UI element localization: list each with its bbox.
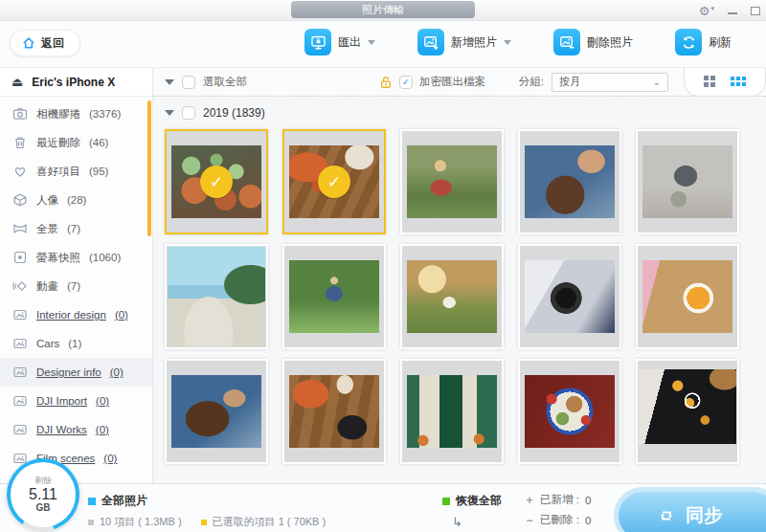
deleted-value: 0: [585, 515, 591, 526]
status-bar: 全部照片 10 項目 ( 1.3MB ) 已選取的項目 1 ( 70KB ) 恢…: [0, 483, 766, 532]
photo-thumbnail[interactable]: [165, 359, 268, 464]
encrypt-checkbox[interactable]: ✓: [399, 76, 413, 89]
photo-image: [171, 375, 261, 448]
sidebar-item-label: Interior design: [36, 309, 106, 321]
eject-icon: ⏏: [11, 75, 23, 89]
photo-thumbnail[interactable]: ✓: [282, 129, 386, 234]
photo-thumbnail[interactable]: [518, 129, 621, 234]
export-label: 匯出: [338, 34, 361, 51]
minus-icon: −: [525, 514, 534, 527]
photo-thumbnail[interactable]: [636, 359, 739, 464]
sidebar-item-recently-deleted[interactable]: 最近刪除 (46): [0, 128, 152, 157]
delete-photos-label: 刪除照片: [587, 34, 633, 51]
photo-thumbnail[interactable]: [282, 244, 386, 349]
photo-thumbnail[interactable]: [400, 359, 504, 464]
settings-button[interactable]: ⚙ ▾: [699, 5, 714, 17]
add-photos-icon: [417, 29, 444, 55]
select-all-label: 選取全部: [203, 75, 247, 89]
sidebar-item-cars[interactable]: Cars (1): [0, 329, 152, 358]
sidebar-item-screenshots[interactable]: 螢幕快照 (1060): [0, 243, 152, 272]
delete-photos-icon: [553, 29, 580, 55]
sidebar-item-count: (7): [67, 223, 80, 234]
screenshots-icon: [12, 250, 28, 265]
photo-thumbnail[interactable]: [400, 129, 504, 234]
panorama-icon: [12, 221, 28, 236]
photo-thumbnail[interactable]: [400, 244, 504, 349]
sidebar-item-dji-import[interactable]: DJI Import (0): [0, 387, 152, 415]
sidebar-item-camera-roll[interactable]: 相機膠捲 (3376): [0, 100, 152, 128]
photo-thumbnail[interactable]: [282, 359, 386, 464]
album-icon: [12, 307, 28, 322]
export-button[interactable]: 匯出: [304, 29, 375, 55]
sidebar-item-animated[interactable]: 動畫 (7): [0, 272, 152, 300]
photo-grid: ✓ ✓: [165, 129, 766, 464]
refresh-label: 刷新: [709, 34, 732, 51]
home-icon: [22, 36, 35, 50]
sidebar-item-count: (0): [110, 366, 124, 378]
photo-thumbnail[interactable]: ✓: [165, 129, 268, 234]
sidebar-item-count: (95): [89, 166, 108, 177]
sidebar-item-interior-design[interactable]: Interior design (0): [0, 300, 152, 329]
photo-content: 2019 (1839) ✓ ✓: [153, 97, 766, 464]
sync-button[interactable]: 同步: [619, 492, 766, 532]
sidebar-item-count: (1060): [89, 252, 121, 263]
group-collapse-icon[interactable]: [165, 110, 174, 116]
photo-thumbnail[interactable]: [636, 129, 739, 234]
photo-image: [407, 145, 497, 218]
encrypt-label: 加密匯出檔案: [419, 75, 485, 89]
sidebar-item-panorama[interactable]: 全景 (7): [0, 214, 152, 243]
add-photos-label: 新增照片: [451, 34, 497, 51]
gear-icon: ⚙: [699, 5, 710, 17]
sidebar-item-count: (3376): [89, 108, 121, 120]
group-header: 2019 (1839): [165, 106, 766, 120]
sidebar-item-count: (0): [96, 424, 109, 435]
select-all-checkbox[interactable]: [182, 76, 195, 89]
items-swatch: [88, 520, 94, 525]
sidebar-item-count: (7): [67, 280, 80, 292]
photo-thumbnail[interactable]: [518, 244, 621, 349]
selection-bar: 選取全部 ✓ 加密匯出檔案 分組: 按月 ⌄: [153, 68, 766, 97]
sidebar-item-designer-info[interactable]: Designer info (0): [0, 358, 152, 387]
items-summary: 10 項目 ( 1.3MB ): [100, 515, 182, 529]
sidebar-item-label: 人像: [36, 193, 58, 208]
selected-check-icon: ✓: [318, 166, 350, 198]
export-icon: [304, 29, 331, 55]
sidebar-item-dji-works[interactable]: DJI Works (0): [0, 415, 152, 444]
sidebar-item-label: 相機膠捲: [36, 107, 80, 122]
sidebar: ⏏ Eric's iPhone X 相機膠捲 (3376) 最近刪除 (46): [0, 67, 153, 483]
storage-value: 5.11: [29, 486, 57, 503]
refresh-button[interactable]: 刷新: [675, 29, 732, 55]
toolbar: 返回 匯出: [0, 21, 766, 67]
app-window: 照片傳輸 ⚙ ▾ 返回: [0, 0, 766, 532]
refresh-icon: [675, 29, 702, 55]
sidebar-item-label: 動畫: [36, 279, 58, 294]
minimize-button[interactable]: [728, 12, 737, 14]
sidebar-item-label: 全景: [36, 222, 58, 236]
delete-photos-button[interactable]: 刪除照片: [553, 29, 633, 55]
storage-unit: GB: [36, 502, 51, 513]
titlebar: 照片傳輸 ⚙ ▾: [0, 0, 766, 21]
gear-caret-icon: ▾: [710, 5, 714, 12]
add-photos-button[interactable]: 新增照片: [417, 29, 511, 55]
photo-thumbnail[interactable]: [636, 244, 739, 349]
device-header[interactable]: ⏏ Eric's iPhone X: [0, 68, 152, 97]
group-checkbox[interactable]: [182, 106, 195, 120]
sidebar-scrollbar[interactable]: [147, 100, 151, 236]
photo-image: [407, 375, 497, 448]
small-grid-view-button[interactable]: [731, 77, 746, 86]
favorites-icon: [12, 164, 28, 179]
sidebar-item-favorites[interactable]: 喜好項目 (95): [0, 157, 152, 186]
back-button[interactable]: 返回: [10, 30, 80, 56]
sidebar-item-label: Cars: [36, 338, 59, 349]
sidebar-item-label: 螢幕快照: [36, 251, 80, 265]
photo-thumbnail[interactable]: [518, 359, 621, 464]
collapse-all-icon[interactable]: [165, 79, 174, 85]
maximize-button[interactable]: [751, 7, 760, 15]
sidebar-item-portraits[interactable]: 人像 (28): [0, 186, 152, 214]
large-grid-view-button[interactable]: [704, 76, 715, 87]
group-by-dropdown[interactable]: 按月 ⌄: [552, 73, 668, 92]
photo-image: [289, 260, 379, 333]
photo-thumbnail[interactable]: [165, 244, 268, 349]
album-icon: [12, 393, 28, 409]
photo-image: [642, 260, 732, 333]
